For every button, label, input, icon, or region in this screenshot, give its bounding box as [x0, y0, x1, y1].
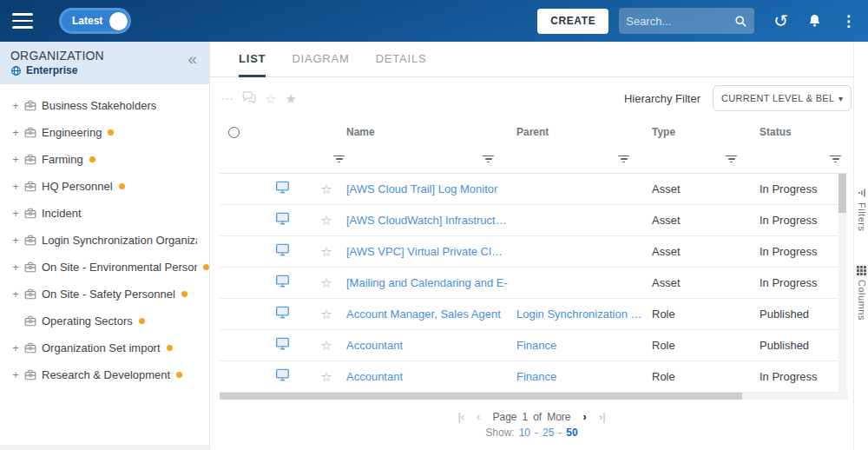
- expand-icon[interactable]: +: [10, 153, 21, 166]
- row-parent-link[interactable]: Login Synchronization Organ...: [516, 308, 652, 321]
- comments-icon[interactable]: [242, 91, 256, 105]
- expand-icon[interactable]: +: [10, 99, 21, 112]
- sidebar-item-organization-set-import[interactable]: + Organization Set import: [0, 334, 209, 361]
- sidebar-item-operating-sectors[interactable]: + Operating Sectors: [0, 308, 209, 334]
- next-page-button[interactable]: ›: [583, 410, 587, 423]
- row-name-link[interactable]: [Mailing and Calendaring and E-: [346, 276, 516, 289]
- column-header-name[interactable]: Name: [346, 126, 516, 138]
- expand-icon[interactable]: +: [10, 234, 21, 247]
- latest-version-toggle[interactable]: Latest: [59, 8, 131, 34]
- star-icon[interactable]: ☆: [320, 338, 332, 354]
- expand-icon[interactable]: +: [10, 368, 21, 381]
- filters-panel-toggle[interactable]: Filters: [854, 188, 868, 231]
- star-icon[interactable]: ☆: [320, 213, 332, 228]
- sidebar-item-incident[interactable]: + Incident: [0, 200, 209, 227]
- sidebar-item-onsite-environmental[interactable]: + On Site - Environmental Personnel: [0, 254, 209, 281]
- column-header-status[interactable]: Status: [760, 126, 848, 138]
- filter-icon-type[interactable]: [726, 156, 737, 163]
- hierarchy-filter-select[interactable]: CURRENT LEVEL & BELOW ▾: [713, 85, 852, 111]
- favorite-filled-icon[interactable]: ★: [285, 92, 296, 105]
- collapse-sidebar-icon[interactable]: «: [187, 50, 197, 67]
- row-name-link[interactable]: [AWS CloudWatch] Infrastructure: [346, 214, 516, 227]
- tab-details[interactable]: DETAILS: [376, 52, 427, 77]
- filter-icon-parent[interactable]: [618, 156, 629, 163]
- table-row[interactable]: ☆ [AWS VPC] Virtual Private Cloud Asset …: [220, 236, 848, 268]
- column-header-type[interactable]: Type: [652, 126, 760, 138]
- sidebar-item-engineering[interactable]: + Engineering: [0, 119, 209, 146]
- row-parent-link[interactable]: Finance: [516, 339, 652, 352]
- row-type: Asset: [652, 214, 760, 227]
- tab-list[interactable]: LIST: [239, 52, 266, 77]
- expand-icon[interactable]: +: [10, 126, 21, 139]
- table-row[interactable]: ☆ [Mailing and Calendaring and E- Asset …: [220, 268, 848, 299]
- asset-monitor-icon[interactable]: [275, 212, 290, 228]
- expand-icon[interactable]: +: [10, 207, 21, 220]
- expand-icon[interactable]: +: [10, 261, 21, 274]
- filter-icon-status[interactable]: [830, 156, 841, 163]
- expand-icon[interactable]: +: [10, 288, 21, 301]
- row-name-link[interactable]: Accountant: [346, 339, 516, 352]
- asset-monitor-icon[interactable]: [275, 368, 290, 385]
- star-icon[interactable]: ☆: [320, 244, 332, 260]
- select-all-checkbox[interactable]: [228, 127, 240, 138]
- more-actions-icon[interactable]: ⋯: [220, 92, 233, 105]
- briefcase-icon: [24, 208, 36, 219]
- vertical-scrollbar-thumb[interactable]: [838, 174, 846, 213]
- row-name-link[interactable]: [AWS Cloud Trail] Log Monitor: [346, 182, 516, 195]
- asset-monitor-icon[interactable]: [275, 337, 290, 354]
- horizontal-scrollbar-thumb[interactable]: [220, 393, 742, 400]
- sidebar-item-hq-personnel[interactable]: + HQ Personnel: [0, 173, 209, 200]
- status-dot: [203, 264, 209, 270]
- column-header-parent[interactable]: Parent: [516, 126, 652, 138]
- row-name-link[interactable]: [AWS VPC] Virtual Private Cloud: [346, 245, 516, 258]
- table-row[interactable]: ☆ [AWS Cloud Trail] Log Monitor Asset In…: [220, 174, 848, 205]
- star-icon[interactable]: ☆: [320, 182, 332, 197]
- sidebar-horizontal-scrollbar[interactable]: [0, 445, 209, 450]
- sidebar-item-onsite-safety[interactable]: + On Site - Safety Personnel: [0, 281, 209, 308]
- table-row[interactable]: ☆ Account Manager, Sales Agent Login Syn…: [220, 299, 848, 330]
- row-status: Published: [760, 308, 848, 321]
- last-page-button[interactable]: ›|: [599, 410, 606, 423]
- expand-icon[interactable]: +: [10, 180, 21, 193]
- filter-icon[interactable]: [333, 156, 345, 163]
- page-size-25[interactable]: 25: [542, 427, 554, 439]
- page-size-10[interactable]: 10: [519, 427, 530, 439]
- search-icon[interactable]: [734, 15, 747, 28]
- notifications-bell-icon[interactable]: [807, 13, 822, 29]
- sidebar-item-research-development[interactable]: + Research & Development: [0, 361, 209, 388]
- row-parent-link[interactable]: Finance: [516, 370, 652, 383]
- search-box[interactable]: [619, 8, 754, 34]
- row-name-link[interactable]: Account Manager, Sales Agent: [346, 308, 516, 321]
- vertical-scrollbar[interactable]: [838, 174, 846, 393]
- table-row[interactable]: ☆ Accountant Finance Role In Progress: [220, 361, 848, 393]
- asset-monitor-icon[interactable]: [275, 306, 290, 322]
- tab-diagram[interactable]: DIAGRAM: [292, 52, 349, 77]
- create-button[interactable]: CREATE: [537, 9, 608, 34]
- star-icon[interactable]: ☆: [320, 275, 332, 291]
- asset-monitor-icon[interactable]: [275, 243, 290, 260]
- sidebar-item-login-synchronization[interactable]: + Login Synchronization Organization Uni: [0, 227, 209, 254]
- asset-monitor-icon[interactable]: [275, 181, 290, 197]
- prev-page-button[interactable]: ‹: [477, 410, 480, 423]
- row-name-link[interactable]: Accountant: [346, 370, 516, 383]
- columns-grid-icon: [857, 266, 866, 275]
- page-size-50[interactable]: 50: [566, 427, 577, 439]
- kebab-menu-icon[interactable]: ⋮: [841, 12, 856, 30]
- hamburger-menu-icon[interactable]: [12, 13, 33, 29]
- expand-icon[interactable]: +: [10, 341, 21, 354]
- favorite-outline-icon[interactable]: ☆: [265, 92, 276, 105]
- sidebar-item-farming[interactable]: + Farming: [0, 146, 209, 173]
- asset-monitor-icon[interactable]: [275, 275, 290, 291]
- search-input[interactable]: [626, 15, 734, 28]
- status-dot: [181, 291, 187, 297]
- columns-panel-toggle[interactable]: Columns: [854, 266, 868, 321]
- filter-icon-name[interactable]: [483, 156, 494, 163]
- star-icon[interactable]: ☆: [320, 369, 332, 385]
- horizontal-scrollbar[interactable]: [220, 393, 848, 400]
- table-row[interactable]: ☆ Accountant Finance Role Published: [220, 330, 848, 361]
- history-icon[interactable]: ↺: [773, 12, 788, 30]
- table-row[interactable]: ☆ [AWS CloudWatch] Infrastructure Asset …: [220, 205, 848, 236]
- sidebar-item-business-stakeholders[interactable]: + Business Stakeholders: [0, 92, 209, 119]
- first-page-button[interactable]: |‹: [457, 410, 464, 423]
- star-icon[interactable]: ☆: [320, 307, 332, 322]
